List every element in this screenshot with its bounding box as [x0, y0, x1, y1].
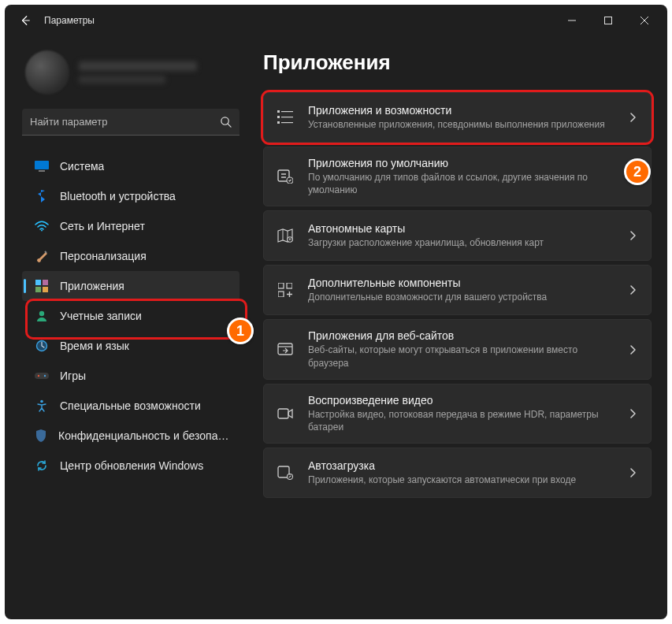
svg-rect-6	[43, 280, 48, 285]
nav-label: Центр обновления Windows	[60, 459, 203, 472]
card-desc: По умолчанию для типов файлов и ссылок, …	[308, 171, 616, 196]
nav-gaming[interactable]: Игры	[22, 361, 239, 391]
nav-windows-update[interactable]: Центр обновления Windows	[22, 451, 239, 481]
card-desc: Приложения, которые запускаются автомати…	[308, 474, 616, 486]
nav-apps[interactable]: Приложения	[22, 271, 239, 301]
search-input[interactable]	[30, 116, 220, 128]
video-icon	[277, 407, 294, 420]
card-desc: Веб-сайты, которые могут открываться в п…	[308, 344, 616, 369]
svg-rect-20	[281, 122, 293, 123]
settings-window: Параметры	[5, 5, 667, 619]
svg-rect-11	[35, 373, 49, 379]
window-controls	[554, 8, 663, 33]
person-icon	[35, 309, 49, 323]
card-list: Приложения и возможности Установленные п…	[263, 92, 652, 498]
svg-rect-18	[281, 117, 293, 117]
chevron-right-icon	[630, 345, 637, 355]
svg-rect-15	[277, 110, 280, 113]
nav-list: Система Bluetooth и устройства Сеть и Ин…	[22, 151, 239, 481]
card-desc: Установленные приложения, псевдонимы вып…	[308, 118, 616, 131]
nav-label: Персонализация	[60, 250, 147, 262]
card-title: Приложения по умолчанию	[308, 157, 616, 169]
nav-label: Игры	[60, 370, 86, 382]
bluetooth-icon	[35, 189, 49, 203]
window-link-icon	[277, 343, 294, 357]
brush-icon	[35, 249, 49, 263]
default-icon	[277, 169, 294, 184]
nav-label: Сеть и Интернет	[60, 220, 145, 232]
card-offline-maps[interactable]: Автономные карты Загрузки расположение х…	[263, 210, 652, 261]
search-icon	[220, 116, 232, 128]
page-title: Приложения	[263, 50, 652, 75]
chevron-right-icon	[630, 285, 637, 295]
shield-icon	[35, 429, 47, 443]
nav-network[interactable]: Сеть и Интернет	[22, 211, 239, 241]
nav-label: Конфиденциальность и безопасность	[58, 429, 232, 442]
svg-point-1	[221, 117, 228, 124]
window-title: Параметры	[44, 15, 95, 26]
nav-label: Специальные возможности	[60, 399, 201, 412]
maximize-button[interactable]	[590, 8, 626, 33]
startup-icon	[277, 466, 294, 480]
nav-time-language[interactable]: Время и язык	[22, 331, 239, 361]
sidebar: Система Bluetooth и устройства Сеть и Ин…	[5, 36, 247, 619]
svg-rect-7	[35, 287, 41, 292]
system-icon	[35, 159, 49, 173]
card-title: Приложения для веб-сайтов	[308, 329, 616, 342]
svg-rect-3	[39, 170, 45, 172]
back-button[interactable]	[14, 9, 36, 32]
nav-system[interactable]: Система	[22, 151, 239, 181]
card-optional-features[interactable]: Дополнительные компоненты Дополнительные…	[263, 265, 652, 315]
card-apps-features[interactable]: Приложения и возможности Установленные п…	[263, 92, 652, 143]
nav-label: Приложения	[60, 280, 124, 292]
svg-rect-8	[43, 287, 48, 292]
svg-rect-2	[35, 161, 49, 169]
update-icon	[35, 459, 49, 473]
search-box[interactable]	[22, 109, 239, 136]
svg-point-12	[38, 375, 39, 377]
card-video-playback[interactable]: Воспроизведение видео Настройка видео, п…	[263, 384, 652, 444]
card-startup[interactable]: Автозагрузка Приложения, которые запуска…	[263, 448, 652, 498]
svg-rect-24	[278, 283, 284, 288]
svg-rect-25	[287, 283, 292, 288]
svg-rect-17	[277, 116, 280, 118]
nav-accounts[interactable]: Учетные записи	[22, 301, 239, 331]
nav-personalization[interactable]: Персонализация	[22, 241, 239, 271]
list-icon	[277, 110, 294, 124]
chevron-right-icon	[630, 468, 637, 477]
content-pane: Приложения Приложения и возможности Уста…	[247, 36, 667, 619]
annotation-badge-1: 1	[227, 318, 254, 344]
svg-rect-28	[278, 409, 288, 418]
nav-privacy[interactable]: Конфиденциальность и безопасность	[22, 421, 239, 451]
chevron-right-icon	[630, 231, 637, 240]
card-title: Приложения и возможности	[308, 104, 616, 117]
wifi-icon	[35, 219, 49, 233]
nav-accessibility[interactable]: Специальные возможности	[22, 391, 239, 421]
card-default-apps[interactable]: Приложения по умолчанию По умолчанию для…	[263, 147, 652, 206]
svg-rect-26	[278, 292, 284, 297]
card-desc: Загрузки расположение хранилища, обновле…	[308, 236, 616, 249]
minimize-button[interactable]	[554, 8, 590, 33]
card-title: Автозагрузка	[308, 459, 616, 472]
annotation-badge-2: 2	[624, 158, 651, 185]
svg-rect-19	[277, 121, 280, 124]
apps-icon	[35, 279, 49, 293]
nav-label: Bluetooth и устройства	[60, 190, 176, 202]
svg-rect-5	[35, 280, 41, 285]
accessibility-icon	[35, 399, 49, 413]
card-title: Воспроизведение видео	[308, 394, 616, 407]
svg-rect-0	[605, 17, 612, 24]
nav-label: Время и язык	[60, 340, 129, 352]
card-desc: Настройка видео, потоковая передача в ре…	[308, 408, 616, 433]
grid-plus-icon	[277, 283, 294, 297]
nav-label: Учетные записи	[60, 310, 142, 322]
card-title: Дополнительные компоненты	[308, 277, 616, 289]
close-button[interactable]	[626, 8, 663, 33]
profile-text	[79, 61, 197, 84]
titlebar: Параметры	[5, 5, 667, 36]
nav-bluetooth[interactable]: Bluetooth и устройства	[22, 181, 239, 211]
card-apps-websites[interactable]: Приложения для веб-сайтов Веб-сайты, кот…	[263, 319, 652, 379]
svg-rect-16	[281, 111, 293, 112]
profile-block[interactable]	[22, 44, 239, 109]
chevron-right-icon	[630, 409, 637, 418]
